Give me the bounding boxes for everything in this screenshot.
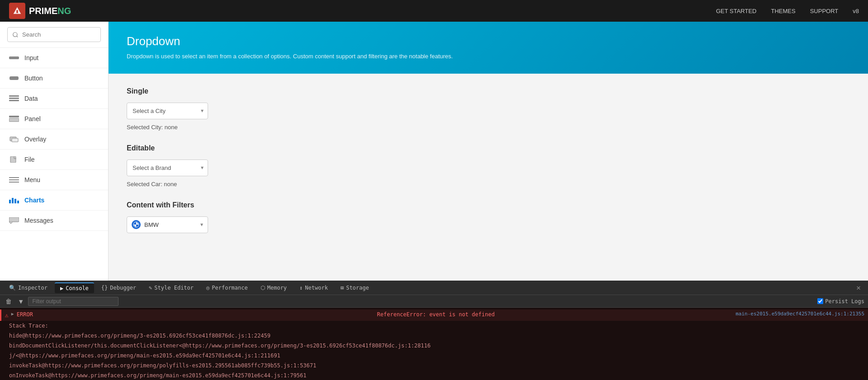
devtools-close-button[interactable]: ✕ [853,281,864,294]
stack-line-4: onInvokeTask@https://www.primefaces.org/… [0,371,868,380]
devtools-tab-performance[interactable]: ◎ Performance [201,283,253,293]
sidebar-label-button: Button [24,75,43,82]
sidebar-item-file[interactable]: File [0,150,108,170]
logo[interactable]: PRIMENG [9,3,71,19]
page-title: Dropdown [127,34,850,48]
network-icon: ↕ [299,285,303,291]
devtools-tab-memory[interactable]: ⬡ Memory [255,283,292,293]
sidebar-search-wrapper [0,22,108,48]
dropdown-brand[interactable]: Select a Brand BMW Mercedes Volkswagen A… [127,160,208,176]
devtools-tab-inspector[interactable]: 🔍 Inspector [4,283,53,293]
sidebar-item-charts[interactable]: Charts [0,190,108,211]
devtools-panel: 🔍 Inspector ▶ Console {} Debugger ✎ Styl… [0,281,868,380]
stack-trace-label: Stack Trace: [9,322,864,330]
devtools-tab-debugger-label: Debugger [110,285,136,291]
sidebar-item-input[interactable]: Input [0,48,108,68]
sidebar-label-overlay: Overlay [24,136,46,143]
dropdown-city-wrapper: Select a City New York London Paris Ista… [127,103,208,119]
nav-version[interactable]: v8 [853,8,859,14]
persist-logs-label: Persist Logs [825,298,864,305]
trash-icon[interactable]: 🗑 [4,297,14,306]
devtools-output: ⚠ ▶ ERROR ReferenceError: event is not d… [0,308,868,380]
stack-text-1: bindDocumentClickListener/this.documentC… [9,342,864,350]
section-title-content-filters: Content with Filters [127,201,850,209]
svg-rect-3 [9,76,19,80]
devtools-tab-debugger[interactable]: {} Debugger [96,283,142,293]
nav-themes[interactable]: THEMES [771,8,795,14]
svg-rect-17 [14,199,16,203]
bmw-logo-icon [132,220,141,229]
search-input[interactable] [7,27,101,42]
devtools-tab-network[interactable]: ↕ Network [294,283,333,293]
page-description: Dropdown is used to select an item from … [127,52,850,61]
devtools-tab-inspector-label: Inspector [18,285,47,291]
page-body: Single Select a City New York London Par… [109,74,868,260]
expand-icon[interactable]: ▶ [11,310,14,317]
devtools-tab-console[interactable]: ▶ Console [55,282,94,293]
sidebar-item-overlay[interactable]: Overlay [0,129,108,150]
button-icon [9,75,19,81]
error-type: ERROR [17,310,373,319]
svg-rect-16 [12,198,14,203]
devtools-tab-style-editor-label: Style Editor [154,285,194,291]
console-icon: ▶ [60,285,63,291]
memory-icon: ⬡ [261,285,265,291]
logo-icon [9,3,25,19]
svg-rect-19 [9,217,19,222]
svg-rect-18 [17,201,19,203]
top-navigation: PRIMENG GET STARTED THEMES SUPPORT v8 [0,0,868,22]
svg-rect-5 [9,98,19,99]
svg-rect-1 [16,10,18,13]
sidebar-label-file: File [24,156,35,163]
console-error-header: ⚠ ▶ ERROR ReferenceError: event is not d… [0,310,868,321]
sidebar-label-data: Data [24,95,38,102]
section-content-filters: Content with Filters BMW Audi [127,201,850,233]
sidebar-item-panel[interactable]: Panel [0,109,108,129]
sidebar-item-data[interactable]: Data [0,89,108,109]
stack-line-0: hide@https://www.primefaces.org/primeng/… [0,331,868,341]
dropdown-city[interactable]: Select a City New York London Paris Ista… [127,103,208,119]
dropdown-bmw[interactable]: BMW Audi Mercedes [141,217,208,233]
sidebar-item-button[interactable]: Button [0,68,108,89]
svg-rect-4 [9,95,19,97]
sidebar-label-charts: Charts [24,197,44,204]
devtools-tabs: 🔍 Inspector ▶ Console {} Debugger ✎ Styl… [0,281,868,295]
devtools-tab-style-editor[interactable]: ✎ Style Editor [143,283,199,293]
nav-support[interactable]: SUPPORT [810,8,839,14]
devtools-tab-network-label: Network [305,285,328,291]
messages-icon [9,217,19,224]
filter-icon[interactable]: ▼ [17,297,24,306]
stack-line-1: bindDocumentClickListener/this.documentC… [0,341,868,351]
filter-output-input[interactable] [28,297,119,306]
topnav-links: GET STARTED THEMES SUPPORT v8 [716,8,859,14]
error-source[interactable]: main-es2015.e59da9ecf425701e6c44.js:1:21… [735,310,864,318]
sidebar-item-menu[interactable]: Menu [0,170,108,190]
sidebar: Input Button Data Panel Overlay [0,22,109,281]
persist-logs-checkbox[interactable] [817,298,823,304]
stack-line-3: invokeTask@https://www.primefaces.org/pr… [0,361,868,371]
storage-icon: ⊞ [341,285,344,291]
data-icon [9,95,19,102]
section-editable: Editable Select a Brand BMW Mercedes Vol… [127,144,850,188]
selected-city-info: Selected City: none [127,124,850,131]
dropdown-bmw-wrapper: BMW Audi Mercedes ▾ [127,216,208,233]
style-editor-icon: ✎ [149,285,152,291]
error-icon: ⚠ [5,311,9,320]
stack-text-2: j/<@https://www.primefaces.org/primeng/m… [9,352,864,360]
persist-logs-wrapper: Persist Logs [817,298,864,305]
content-area: Dropdown Dropdown is used to select an i… [109,22,868,281]
sidebar-label-input: Input [24,54,38,61]
selected-car-info: Selected Car: none [127,181,850,188]
svg-rect-15 [9,200,11,203]
file-icon [9,156,19,163]
svg-rect-6 [9,100,19,101]
dropdown-brand-wrapper: Select a Brand BMW Mercedes Volkswagen A… [127,160,208,176]
devtools-tab-storage[interactable]: ⊞ Storage [335,283,375,293]
nav-get-started[interactable]: GET STARTED [716,8,757,14]
devtools-toolbar: 🗑 ▼ Persist Logs [0,295,868,308]
svg-rect-7 [9,116,19,117]
devtools-tab-performance-label: Performance [212,285,247,291]
sidebar-item-messages[interactable]: Messages [0,211,108,231]
performance-icon: ◎ [206,285,209,291]
devtools-tab-console-label: Console [66,285,89,291]
